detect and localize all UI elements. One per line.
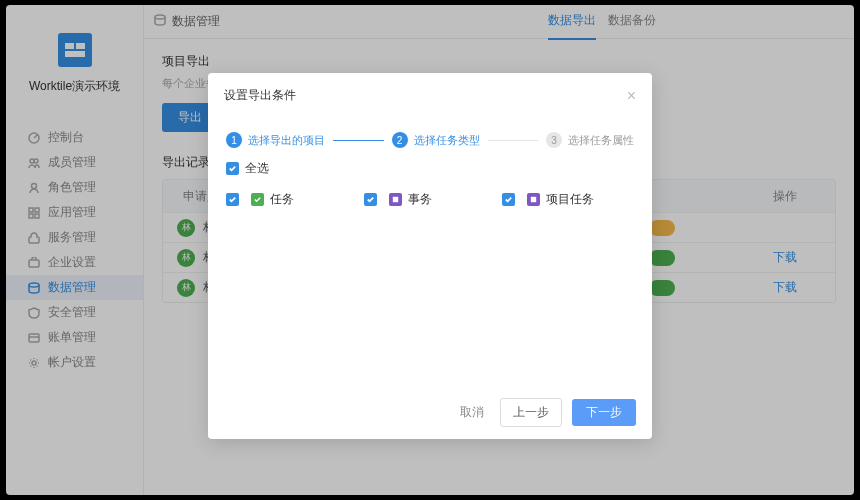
step-label: 选择任务属性 <box>568 133 634 148</box>
step-connector <box>488 140 539 141</box>
project-task-type-icon <box>527 193 540 206</box>
modal-header: 设置导出条件 × <box>208 73 652 114</box>
check-all-label: 全选 <box>245 160 269 177</box>
stepper: 1 选择导出的项目 2 选择任务类型 3 选择任务属性 <box>208 114 652 160</box>
check-all-checkbox[interactable] <box>226 162 239 175</box>
modal-overlay: 设置导出条件 × 1 选择导出的项目 2 选择任务类型 3 选择任务属性 <box>6 5 854 495</box>
task-type-item: 事务 <box>364 191 432 208</box>
check-all-row: 全选 <box>226 160 634 177</box>
task-type-icon <box>251 193 264 206</box>
step-connector <box>333 140 384 141</box>
type-checkbox[interactable] <box>226 193 239 206</box>
modal-footer: 取消 上一步 下一步 <box>208 386 652 439</box>
task-type-list: 任务 事务 项目任务 <box>226 191 634 208</box>
step-1: 1 选择导出的项目 <box>226 132 325 148</box>
step-2: 2 选择任务类型 <box>392 132 480 148</box>
svg-rect-16 <box>393 197 398 202</box>
step-label: 选择导出的项目 <box>248 133 325 148</box>
transaction-type-icon <box>389 193 402 206</box>
type-label: 任务 <box>270 191 294 208</box>
step-number: 2 <box>392 132 408 148</box>
type-checkbox[interactable] <box>502 193 515 206</box>
type-label: 事务 <box>408 191 432 208</box>
cancel-button[interactable]: 取消 <box>454 399 490 426</box>
step-label: 选择任务类型 <box>414 133 480 148</box>
task-type-item: 项目任务 <box>502 191 594 208</box>
type-label: 项目任务 <box>546 191 594 208</box>
step-number: 1 <box>226 132 242 148</box>
prev-button[interactable]: 上一步 <box>500 398 562 427</box>
task-type-item: 任务 <box>226 191 294 208</box>
step-3: 3 选择任务属性 <box>546 132 634 148</box>
next-button[interactable]: 下一步 <box>572 399 636 426</box>
modal-body: 全选 任务 事务 项目任务 <box>208 160 652 386</box>
export-settings-modal: 设置导出条件 × 1 选择导出的项目 2 选择任务类型 3 选择任务属性 <box>208 73 652 439</box>
type-checkbox[interactable] <box>364 193 377 206</box>
close-icon[interactable]: × <box>627 88 636 104</box>
svg-rect-17 <box>531 197 536 202</box>
step-number: 3 <box>546 132 562 148</box>
modal-title: 设置导出条件 <box>224 87 296 104</box>
